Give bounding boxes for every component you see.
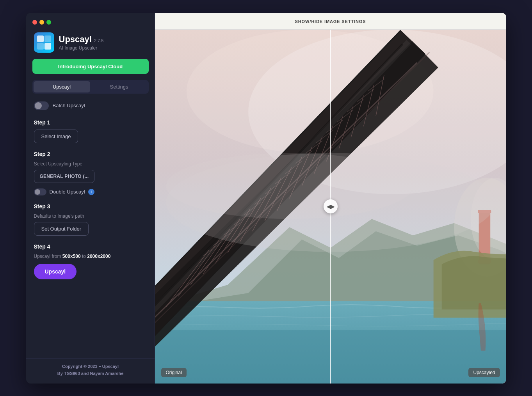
- double-upscayl-row: Double Upscayl i: [34, 188, 147, 195]
- main-content: SHOW/HIDE IMAGE SETTINGS: [155, 13, 506, 384]
- app-title-group: Upscayl 2.7.5 AI Image Upscaler: [59, 34, 104, 51]
- original-label: Original: [161, 368, 187, 377]
- footer-authors: By TGS963 and Nayam Amarshe: [34, 370, 147, 377]
- batch-upscayl-row: Batch Upscayl: [34, 101, 147, 110]
- compare-arrows-icon: ◀▶: [327, 204, 335, 210]
- app-title: Upscayl 2.7.5: [59, 34, 104, 44]
- image-settings-label: SHOW/HIDE IMAGE SETTINGS: [295, 19, 366, 24]
- compare-handle[interactable]: ◀▶: [324, 199, 338, 213]
- step3-label: Step 3: [34, 203, 147, 210]
- double-upscayl-toggle[interactable]: [34, 188, 46, 195]
- svg-point-50: [166, 153, 413, 219]
- tab-bar: Upscayl Settings: [32, 80, 149, 94]
- model-select-button[interactable]: GENERAL PHOTO (...: [34, 170, 95, 183]
- batch-upscayl-label: Batch Upscayl: [53, 103, 85, 108]
- cloud-banner[interactable]: Introducing Upscayl Cloud: [32, 59, 149, 74]
- cloud-banner-text: Introducing Upscayl Cloud: [58, 64, 123, 69]
- close-button[interactable]: [32, 20, 37, 25]
- sidebar: Upscayl 2.7.5 AI Image Upscaler Introduc…: [26, 13, 155, 384]
- app-name: Upscayl: [59, 34, 92, 44]
- toggle-knob: [35, 102, 42, 109]
- app-window: Upscayl 2.7.5 AI Image Upscaler Introduc…: [26, 13, 506, 384]
- traffic-lights: [32, 20, 51, 25]
- step3-section: Step 3 Defaults to Image's path Set Outp…: [34, 203, 147, 243]
- double-upscayl-label: Double Upscayl: [50, 189, 85, 195]
- sidebar-footer: Copyright © 2023 – Upscayl By TGS963 and…: [26, 358, 155, 383]
- maximize-button[interactable]: [46, 20, 51, 25]
- step4-desc-to: to: [81, 254, 87, 259]
- step4-from-size: 500x500: [62, 254, 81, 259]
- step1-label: Step 1: [34, 119, 147, 126]
- upscayled-label: Upscayled: [468, 368, 500, 377]
- batch-upscayl-toggle[interactable]: [34, 101, 49, 110]
- step4-label: Step 4: [34, 243, 147, 250]
- upscayl-button[interactable]: Upscayl: [34, 264, 77, 279]
- step4-description: Upscayl from 500x500 to 2000x2000: [34, 254, 147, 259]
- step3-subtitle: Defaults to Image's path: [34, 213, 147, 219]
- sidebar-content: Batch Upscayl Step 1 Select Image Step 2…: [26, 101, 155, 359]
- step2-section: Step 2 Select Upscayling Type GENERAL PH…: [34, 151, 147, 195]
- step4-to-size: 2000x2000: [87, 254, 110, 259]
- app-logo: [34, 32, 54, 53]
- app-version: 2.7.5: [94, 38, 103, 43]
- image-settings-bar[interactable]: SHOW/HIDE IMAGE SETTINGS: [155, 13, 506, 30]
- footer-copyright: Copyright © 2023 – Upscayl: [34, 363, 147, 370]
- step4-section: Step 4 Upscayl from 500x500 to 2000x2000…: [34, 243, 147, 279]
- image-compare-container: ◀▶ Original Upscayled: [155, 30, 506, 384]
- tab-settings[interactable]: Settings: [91, 81, 148, 92]
- double-upscayl-knob: [35, 189, 40, 195]
- select-image-button[interactable]: Select Image: [34, 130, 78, 143]
- double-upscayl-info-badge[interactable]: i: [88, 189, 94, 195]
- step2-subtitle: Select Upscayling Type: [34, 161, 147, 167]
- minimize-button[interactable]: [39, 20, 44, 25]
- app-subtitle: AI Image Upscaler: [59, 45, 104, 51]
- tab-upscayl[interactable]: Upscayl: [34, 81, 90, 92]
- step1-section: Step 1 Select Image: [34, 119, 147, 151]
- step4-desc-prefix: Upscayl from: [34, 254, 62, 259]
- set-output-folder-button[interactable]: Set Output Folder: [34, 222, 89, 236]
- step2-label: Step 2: [34, 151, 147, 157]
